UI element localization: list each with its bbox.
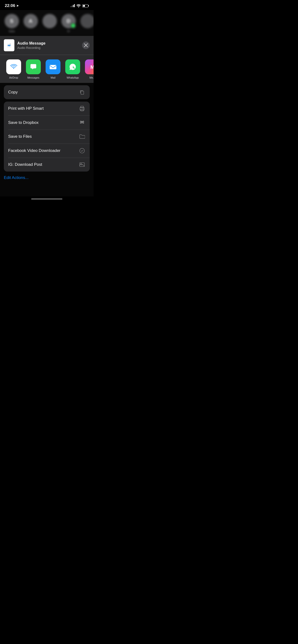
ig-label: IG: Download Post: [8, 162, 42, 167]
edit-actions-label: Edit Actions...: [4, 176, 29, 180]
share-sheet: Audio Message Audio Recording: [0, 36, 94, 182]
copy-action[interactable]: Copy: [4, 85, 90, 99]
image-icon: [79, 161, 85, 168]
copy-row[interactable]: Copy: [4, 85, 90, 99]
share-header: Audio Message Audio Recording: [0, 36, 94, 55]
svg-rect-11: [50, 65, 56, 69]
svg-text:M: M: [90, 64, 94, 70]
signal-icon: [71, 4, 75, 7]
fb-label: Facebook Video Downloader: [8, 148, 60, 153]
dropbox-label: Save to Dropbox: [8, 120, 39, 125]
app-item-whatsapp[interactable]: WhatsApp: [63, 60, 83, 79]
share-title-block: Audio Message Audio Recording: [17, 41, 79, 50]
fb-video-downloader[interactable]: Facebook Video Downloader: [4, 144, 90, 158]
svg-rect-6: [10, 44, 10, 46]
more-label: Me...: [89, 76, 94, 79]
mail-label: Mail: [51, 76, 55, 79]
app-item-more[interactable]: M Me...: [83, 60, 94, 79]
print-label: Print with HP Smart: [8, 106, 44, 111]
status-time: 22:06 ➤: [5, 3, 19, 8]
close-button[interactable]: [82, 42, 90, 49]
airdrop-icon: [6, 60, 21, 74]
action-list: Print with HP Smart: [4, 102, 90, 172]
svg-rect-17: [81, 106, 83, 108]
app-item-mail[interactable]: Mail: [43, 60, 63, 79]
svg-rect-7: [10, 45, 11, 46]
contact-item: [42, 14, 57, 32]
messages-icon: [26, 60, 41, 74]
ig-download-post[interactable]: IG: Download Post: [4, 158, 90, 172]
wifi-icon: [77, 4, 81, 8]
messages-label: Messages: [27, 76, 39, 79]
file-icon: [4, 39, 14, 51]
whatsapp-icon: [65, 60, 80, 74]
edit-actions[interactable]: Edit Actions...: [0, 172, 94, 182]
svg-point-19: [83, 108, 84, 109]
contact-item: [80, 14, 94, 32]
contact-item: D ✓ Di: [61, 14, 76, 32]
airdrop-label: AirDrop: [9, 76, 18, 79]
contact-item: S Saba: [4, 14, 20, 32]
bottom-bar: [0, 196, 94, 204]
save-files[interactable]: Save to Files: [4, 130, 90, 144]
svg-rect-5: [9, 45, 9, 46]
copy-action-group: Copy: [4, 85, 90, 99]
whatsapp-label: WhatsApp: [67, 76, 79, 79]
folder-icon: [79, 133, 85, 140]
share-subtitle: Audio Recording: [17, 46, 79, 50]
apps-section: AirDrop Messages: [0, 55, 94, 83]
app-item-messages[interactable]: Messages: [24, 60, 43, 79]
contact-item: A: [23, 14, 38, 32]
check-circle-icon: [79, 147, 85, 154]
svg-rect-3: [8, 45, 8, 46]
action-group-main: Print with HP Smart: [4, 102, 90, 172]
copy-label: Copy: [8, 90, 18, 95]
more-icon: M: [85, 60, 94, 74]
app-item-airdrop[interactable]: AirDrop: [4, 60, 24, 79]
svg-rect-4: [9, 45, 9, 46]
mail-icon: [46, 60, 60, 74]
status-icons: [71, 4, 89, 8]
print-hp-smart[interactable]: Print with HP Smart: [4, 102, 90, 116]
status-bar: 22:06 ➤: [0, 0, 94, 10]
files-label: Save to Files: [8, 134, 32, 139]
location-arrow-icon: ➤: [16, 4, 19, 8]
battery-icon: [82, 4, 89, 8]
svg-rect-15: [81, 91, 84, 94]
apps-row: AirDrop Messages: [0, 60, 94, 79]
print-icon: [79, 105, 85, 112]
save-dropbox[interactable]: Save to Dropbox: [4, 116, 90, 130]
share-title: Audio Message: [17, 41, 79, 46]
dropbox-icon: [79, 119, 85, 126]
home-indicator: [31, 198, 62, 200]
copy-icon: [79, 89, 85, 96]
svg-point-20: [80, 148, 84, 153]
